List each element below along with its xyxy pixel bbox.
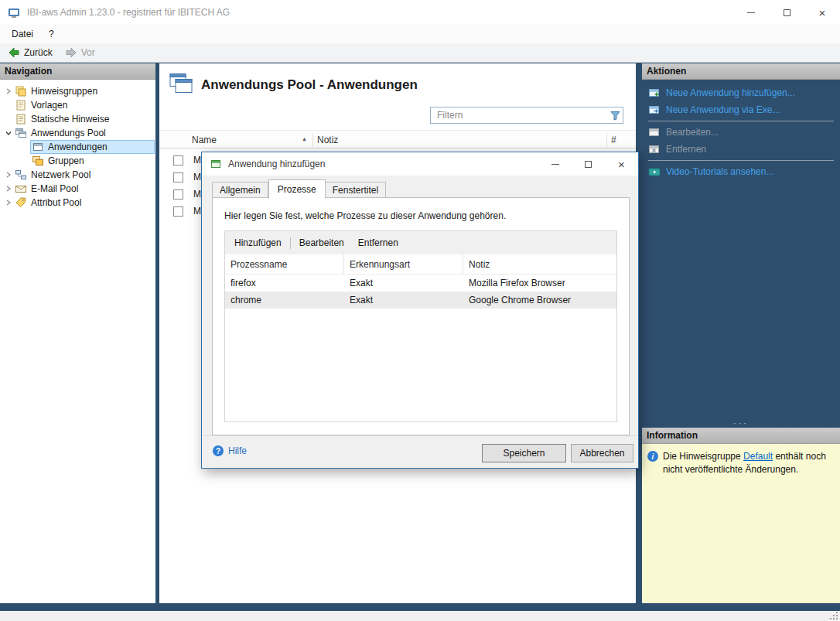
column-header-prozessname[interactable]: Prozessname <box>225 254 344 274</box>
action-label: Neue Anwendung via Exe... <box>666 104 780 115</box>
chevron-right-icon[interactable] <box>4 170 13 179</box>
edit-icon <box>648 127 661 138</box>
dialog-maximize-button[interactable] <box>572 152 605 176</box>
back-icon <box>8 46 20 59</box>
cell-notiz: Google Chrome Browser <box>463 295 616 305</box>
column-header-count[interactable]: # <box>611 135 616 145</box>
navigation-header: Navigation <box>0 63 155 80</box>
action-label: Bearbeiten... <box>666 127 719 138</box>
chevron-right-icon[interactable] <box>4 87 13 96</box>
minimize-icon <box>747 12 755 13</box>
menu-help[interactable]: ? <box>41 25 62 43</box>
close-button[interactable]: × <box>804 0 840 25</box>
tab-allgemein[interactable]: Allgemein <box>212 182 268 198</box>
application-pool-icon <box>15 127 27 139</box>
process-list-control: Hinzufügen Bearbeiten Entfernen Prozessn… <box>224 230 617 422</box>
sidebar-item-vorlagen[interactable]: Vorlagen <box>0 98 155 112</box>
column-divider <box>606 133 607 147</box>
process-row-firefox[interactable]: firefox Exakt Mozilla Firefox Browser <box>225 275 616 292</box>
info-text-before: Die Hinweisgruppe <box>663 451 743 462</box>
forward-button: Vor <box>65 46 95 59</box>
chevron-right-icon[interactable] <box>4 198 13 207</box>
cell-prozessname: chrome <box>225 295 344 305</box>
cell-erkennungsart: Exakt <box>344 278 463 288</box>
action-new-application-via-exe[interactable]: Neue Anwendung via Exe... <box>642 101 840 118</box>
add-process-button[interactable]: Hinzufügen <box>227 234 289 251</box>
process-row-chrome[interactable]: chrome Exakt Google Chrome Browser <box>225 292 616 309</box>
sidebar-item-netzwerk-pool[interactable]: Netzwerk Pool <box>0 168 155 182</box>
menu-datei[interactable]: Datei <box>4 25 41 43</box>
column-header-name[interactable]: Name <box>192 135 217 145</box>
information-panel: i Die Hinweisgruppe Default enthält noch… <box>642 444 840 603</box>
column-header-erkennungsart[interactable]: Erkennungsart <box>344 254 463 274</box>
action-remove: Entfernen <box>642 141 840 158</box>
edit-process-button[interactable]: Bearbeiten <box>292 234 351 251</box>
sidebar-item-hinweisgruppen[interactable]: Hinweisgruppen <box>0 84 155 98</box>
dialog-minimize-button[interactable] <box>538 152 572 176</box>
static-hints-icon <box>15 113 27 125</box>
app-icon <box>8 6 20 19</box>
information-message: Die Hinweisgruppe Default enthält noch n… <box>663 450 835 477</box>
row-checkbox[interactable] <box>173 206 183 217</box>
row-checkbox[interactable] <box>173 172 183 183</box>
selected-tree-item[interactable]: Anwendungen <box>30 140 155 154</box>
action-video-tutorials[interactable]: Video-Tutorials ansehen... <box>642 163 840 180</box>
chevron-right-icon[interactable] <box>4 184 13 193</box>
filter-input[interactable] <box>431 110 607 121</box>
action-new-application[interactable]: Neue Anwendung hinzufügen... <box>642 84 840 101</box>
sidebar-item-statische-hinweise[interactable]: Statische Hinweise <box>0 112 155 126</box>
filter-box <box>430 107 623 124</box>
maximize-button[interactable] <box>769 0 804 25</box>
actions-divider <box>648 121 834 121</box>
back-label: Zurück <box>24 47 53 58</box>
sidebar-item-attribut-pool[interactable]: Attribut Pool <box>0 196 155 210</box>
save-button[interactable]: Speichern <box>482 444 566 462</box>
page-title: Anwendungs Pool - Anwendungen <box>201 77 418 93</box>
email-pool-icon <box>15 183 27 195</box>
filter-funnel-icon[interactable] <box>607 111 623 121</box>
dialog-footer: ? Hilfe Speichern Abbrechen <box>202 435 638 468</box>
sidebar-item-gruppen[interactable]: Gruppen <box>0 154 155 168</box>
sidebar-item-email-pool[interactable]: E-Mail Pool <box>0 182 155 196</box>
tree-item-label: Attribut Pool <box>31 197 81 208</box>
add-application-dialog: Anwendung hinzufügen × Allgemein Prozess… <box>201 152 639 469</box>
new-application-icon <box>648 87 661 98</box>
default-group-link[interactable]: Default <box>743 451 773 462</box>
network-pool-icon <box>15 169 27 181</box>
minimize-button[interactable] <box>733 0 769 25</box>
remove-icon <box>648 144 661 155</box>
prozesse-tab-page: Hier legen Sie fest, welche Prozesse zu … <box>212 197 630 435</box>
column-header-notiz[interactable]: Notiz <box>463 254 616 274</box>
row-name: M <box>193 206 201 217</box>
back-button[interactable]: Zurück <box>8 46 53 59</box>
sidebar-item-anwendungs-pool[interactable]: Anwendungs Pool <box>0 126 155 140</box>
cancel-button[interactable]: Abbrechen <box>571 444 633 462</box>
twisty-spacer <box>21 156 30 165</box>
tree-item-label: Vorlagen <box>31 100 67 111</box>
remove-process-button[interactable]: Entfernen <box>351 234 405 251</box>
minimize-icon <box>551 164 559 165</box>
dialog-titlebar: Anwendung hinzufügen × <box>202 152 638 176</box>
chevron-down-icon[interactable] <box>4 128 13 138</box>
row-checkbox[interactable] <box>173 189 183 200</box>
actions-divider <box>648 160 834 161</box>
column-divider <box>312 133 313 147</box>
hint-groups-icon <box>15 85 27 97</box>
tab-description: Hier legen Sie fest, welche Prozesse zu … <box>224 210 506 221</box>
panel-splitter[interactable]: ··· <box>642 418 840 428</box>
resize-grip-icon[interactable] <box>830 612 838 620</box>
tab-prozesse[interactable]: Prozesse <box>268 179 326 199</box>
dialog-close-button[interactable]: × <box>605 152 638 176</box>
tree-item-label: Anwendungen <box>48 142 108 152</box>
help-link[interactable]: ? Hilfe <box>213 445 247 456</box>
sort-ascending-icon: ▲ <box>302 136 307 142</box>
column-header-notiz[interactable]: Notiz <box>317 135 338 145</box>
tab-fenstertitel[interactable]: Fenstertitel <box>326 182 386 198</box>
maximize-icon <box>784 9 790 16</box>
sidebar-item-anwendungen[interactable]: Anwendungen <box>0 140 155 154</box>
window-titlebar: IBI-aws Admin 1.23.0 - registriert für I… <box>0 0 840 25</box>
information-header: Information <box>642 428 840 444</box>
twisty-spacer <box>21 142 30 152</box>
row-checkbox[interactable] <box>173 155 183 165</box>
maximize-icon <box>585 161 592 168</box>
